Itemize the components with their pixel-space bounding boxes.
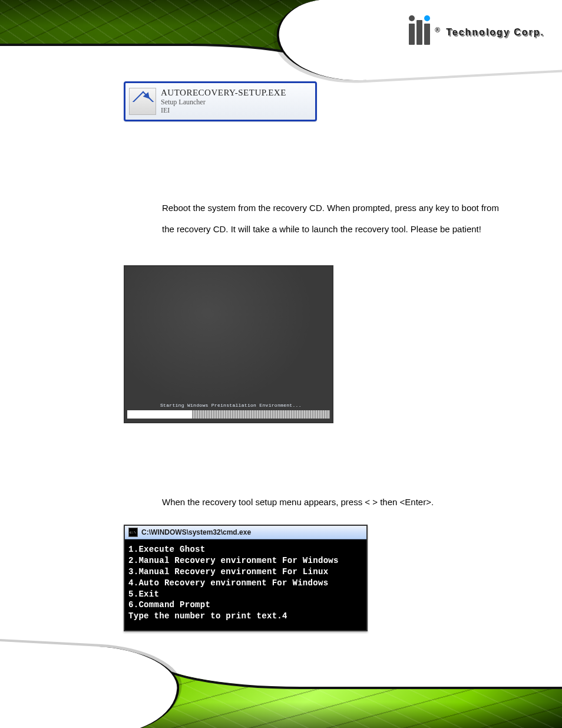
document-page: ® Technology Corp. AUTORECOVERY-SETUP.EX… bbox=[0, 0, 562, 728]
figure-cmd-line: 3.Manual Recovery environment For Linux bbox=[128, 566, 363, 578]
content-area: AUTORECOVERY-SETUP.EXE Setup Launcher IE… bbox=[0, 65, 562, 663]
brand-logo-mark bbox=[409, 20, 430, 45]
figure-cmd-line: 2.Manual Recovery environment For Window… bbox=[128, 555, 363, 566]
figure-cmd-line: 6.Command Prompt bbox=[128, 599, 363, 611]
logo-dot-blue bbox=[424, 15, 430, 21]
figure-cmd-line: Type the number to print text.4 bbox=[128, 611, 363, 622]
cmd-icon bbox=[128, 528, 138, 537]
figure-autorecovery-sub1: Setup Launcher bbox=[161, 98, 286, 106]
step-5-paragraph: When the recovery tool setup menu appear… bbox=[162, 495, 504, 509]
step-4-paragraph: Reboot the system from the recovery CD. … bbox=[162, 197, 504, 240]
figure-autorecovery-lines: AUTORECOVERY-SETUP.EXE Setup Launcher IE… bbox=[161, 88, 286, 115]
figure-cmd-line: 4.Auto Recovery environment For Windows bbox=[128, 578, 363, 589]
footer-banner bbox=[0, 663, 562, 728]
figure-cmd-line: 1.Execute Ghost bbox=[128, 544, 363, 555]
brand-registered: ® bbox=[435, 26, 440, 34]
figure-cmd-title: C:\WINDOWS\system32\cmd.exe bbox=[141, 528, 251, 536]
header-banner: ® Technology Corp. bbox=[0, 0, 562, 65]
installer-icon bbox=[129, 88, 156, 115]
figure-boot-progress-fill bbox=[127, 410, 192, 419]
figure-autorecovery-sub2: IEI bbox=[161, 106, 286, 114]
figure-boot-screen: Starting Windows Preinstallation Environ… bbox=[124, 265, 333, 423]
figure-boot-starting-text: Starting Windows Preinstallation Environ… bbox=[160, 403, 302, 408]
logo-bar bbox=[416, 20, 422, 45]
brand-logo: ® Technology Corp. bbox=[409, 20, 544, 45]
figure-cmd-window: C:\WINDOWS\system32\cmd.exe 1.Execute Gh… bbox=[124, 525, 368, 631]
figure-boot-glare bbox=[125, 266, 332, 422]
figure-cmd-titlebar: C:\WINDOWS\system32\cmd.exe bbox=[125, 526, 366, 539]
figure-cmd-console: 1.Execute Ghost 2.Manual Recovery enviro… bbox=[125, 539, 366, 630]
brand-text: Technology Corp. bbox=[446, 27, 544, 38]
figure-cmd-line: 5.Exit bbox=[128, 589, 363, 600]
figure-autorecovery-title: AUTORECOVERY-SETUP.EXE bbox=[161, 88, 286, 98]
logo-bar bbox=[424, 24, 430, 45]
figure-autorecovery-setup: AUTORECOVERY-SETUP.EXE Setup Launcher IE… bbox=[124, 81, 317, 121]
logo-bar bbox=[409, 24, 415, 45]
logo-dot bbox=[409, 15, 415, 21]
